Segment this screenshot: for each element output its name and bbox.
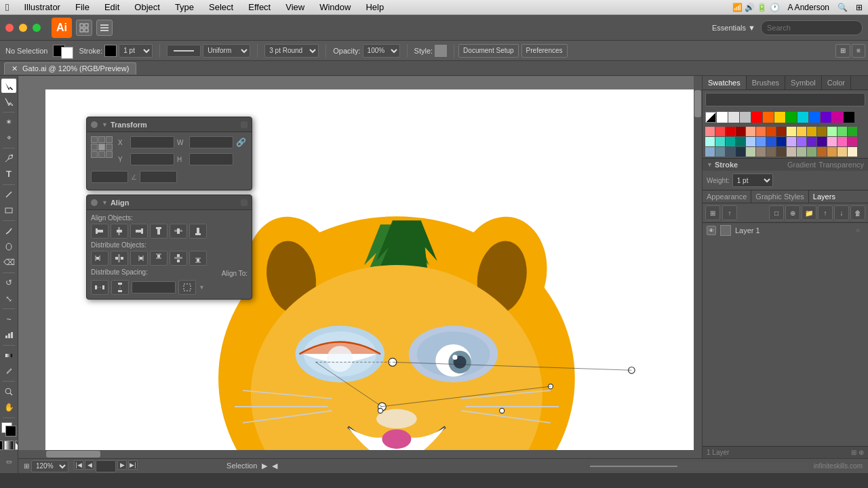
dist-spacing-h-button[interactable] bbox=[91, 280, 108, 295]
x-input[interactable] bbox=[130, 136, 174, 148]
shear-input[interactable] bbox=[140, 171, 177, 183]
swatch[interactable] bbox=[807, 137, 816, 146]
swatch[interactable] bbox=[837, 137, 847, 146]
minimize-window-button[interactable] bbox=[19, 24, 27, 32]
layer-lock-button[interactable]: ○ bbox=[856, 226, 864, 235]
swatch[interactable] bbox=[817, 137, 827, 146]
tab-swatches[interactable]: Swatches bbox=[703, 76, 747, 89]
fill-indicator[interactable] bbox=[5, 426, 16, 436]
footer-icon-2[interactable]: ⊕ bbox=[859, 449, 864, 456]
status-back-button[interactable]: ◀ bbox=[272, 462, 277, 470]
y-input[interactable] bbox=[130, 153, 174, 165]
menu-illustrator[interactable]: Illustrator bbox=[21, 2, 62, 12]
menu-edit[interactable]: Edit bbox=[102, 2, 122, 12]
menu-window[interactable]: Window bbox=[317, 2, 353, 12]
magic-wand-tool-button[interactable]: ✶ bbox=[1, 115, 16, 129]
weight-select[interactable]: 1 pt bbox=[732, 174, 773, 187]
layer-visibility-toggle[interactable]: 👁 bbox=[707, 226, 716, 235]
stroke-fill-swatch[interactable] bbox=[104, 45, 117, 57]
swatch[interactable] bbox=[776, 127, 786, 136]
style-swatch[interactable] bbox=[435, 45, 447, 57]
shape-tool-button[interactable] bbox=[1, 203, 16, 218]
preferences-button[interactable]: Preferences bbox=[521, 44, 568, 58]
tab-symbol[interactable]: Symbol bbox=[785, 76, 822, 89]
transform-panel-header[interactable]: ▼ Transform bbox=[87, 117, 252, 132]
dist-center-h-button[interactable] bbox=[111, 251, 128, 266]
swatch[interactable] bbox=[736, 137, 745, 146]
stroke-profile-btn[interactable] bbox=[167, 45, 201, 57]
swatch[interactable] bbox=[746, 127, 755, 136]
swatch[interactable] bbox=[736, 127, 745, 136]
swatch[interactable] bbox=[726, 137, 735, 146]
orange-swatch[interactable] bbox=[763, 112, 774, 123]
file-tab-gato[interactable]: ✕ Gato.ai @ 120% (RGB/Preview) bbox=[4, 62, 136, 75]
layer-delete-button[interactable]: 🗑 bbox=[850, 205, 865, 220]
graph-tool-button[interactable] bbox=[1, 328, 16, 342]
swatch[interactable] bbox=[726, 147, 735, 157]
arrangement-icon[interactable] bbox=[76, 20, 92, 36]
gradient-section-tab[interactable]: Gradient bbox=[787, 161, 816, 169]
red-swatch[interactable] bbox=[751, 112, 762, 123]
w-input[interactable] bbox=[189, 136, 233, 148]
swatch[interactable] bbox=[807, 127, 816, 136]
swatch[interactable] bbox=[797, 147, 806, 157]
dist-center-v-button[interactable] bbox=[170, 251, 187, 266]
page-number-input[interactable]: 1 bbox=[96, 460, 116, 472]
light-gray-swatch[interactable] bbox=[728, 112, 739, 123]
swatch[interactable] bbox=[848, 127, 857, 136]
transparency-section-tab[interactable]: Transparency bbox=[818, 161, 864, 169]
yellow-swatch[interactable] bbox=[774, 112, 785, 123]
last-page-button[interactable]: ▶| bbox=[128, 460, 138, 470]
zoom-select[interactable]: 120% bbox=[31, 460, 68, 472]
magenta-swatch[interactable] bbox=[832, 112, 843, 123]
layer-move-up-button[interactable]: ↑ bbox=[818, 205, 833, 220]
angle-input[interactable] bbox=[91, 171, 128, 183]
swatch[interactable] bbox=[827, 147, 837, 157]
horizontal-scroll-thumb[interactable] bbox=[46, 451, 100, 458]
align-close-button[interactable] bbox=[91, 199, 98, 206]
pen-tool-button[interactable] bbox=[1, 151, 16, 165]
swatch[interactable] bbox=[787, 137, 796, 146]
document-setup-button[interactable]: Document Setup bbox=[458, 44, 519, 58]
swatch[interactable] bbox=[848, 147, 857, 157]
stroke-color-swatch[interactable] bbox=[61, 47, 73, 59]
black-swatch[interactable] bbox=[844, 112, 854, 123]
swatch[interactable] bbox=[827, 127, 837, 136]
swatch[interactable] bbox=[817, 147, 827, 157]
swatch[interactable] bbox=[766, 147, 776, 157]
transform-close-button[interactable] bbox=[91, 121, 98, 128]
align-left-button[interactable] bbox=[91, 224, 108, 239]
align-center-v-button[interactable] bbox=[170, 224, 187, 239]
text-tool-button[interactable]: T bbox=[1, 167, 16, 181]
tab-appearance[interactable]: Appearance bbox=[703, 190, 751, 203]
swatch[interactable] bbox=[797, 137, 806, 146]
layer-item-1[interactable]: 👁 Layer 1 ○ bbox=[703, 223, 868, 238]
gradient-tool-button[interactable] bbox=[1, 348, 16, 363]
apple-menu[interactable]:  bbox=[5, 1, 9, 13]
stroke-profile-select[interactable]: Uniform bbox=[203, 44, 250, 58]
tab-brushes[interactable]: Brushes bbox=[747, 76, 785, 89]
align-panel-header[interactable]: ▼ Align bbox=[87, 195, 252, 210]
layer-folder-button[interactable]: 📁 bbox=[802, 205, 816, 220]
grid-icon[interactable]: ⊞ bbox=[856, 3, 863, 12]
spacing-value-input[interactable] bbox=[132, 281, 176, 293]
transform-panel-expand[interactable] bbox=[241, 121, 248, 128]
swatch[interactable] bbox=[776, 137, 786, 146]
tab-layers[interactable]: Layers bbox=[809, 190, 840, 203]
swatch[interactable] bbox=[715, 127, 725, 136]
dist-right-button[interactable] bbox=[130, 251, 148, 266]
stroke-width-select[interactable]: 1 pt bbox=[119, 44, 153, 58]
blob-brush-tool-button[interactable] bbox=[1, 239, 16, 253]
timeline-area[interactable] bbox=[590, 462, 808, 470]
swatch[interactable] bbox=[705, 127, 715, 136]
swatch[interactable] bbox=[705, 137, 715, 146]
opacity-select[interactable]: 100% bbox=[363, 44, 400, 58]
none-swatch[interactable] bbox=[705, 112, 716, 123]
layer-options-button[interactable]: ⊞ bbox=[705, 205, 720, 220]
prev-page-button[interactable]: ◀ bbox=[85, 460, 94, 470]
swatch[interactable] bbox=[787, 147, 796, 157]
layer-add-button[interactable]: □ bbox=[769, 205, 784, 220]
swatch[interactable] bbox=[766, 127, 776, 136]
arrange-button[interactable]: ≡ bbox=[852, 44, 865, 58]
swatch[interactable] bbox=[776, 147, 786, 157]
